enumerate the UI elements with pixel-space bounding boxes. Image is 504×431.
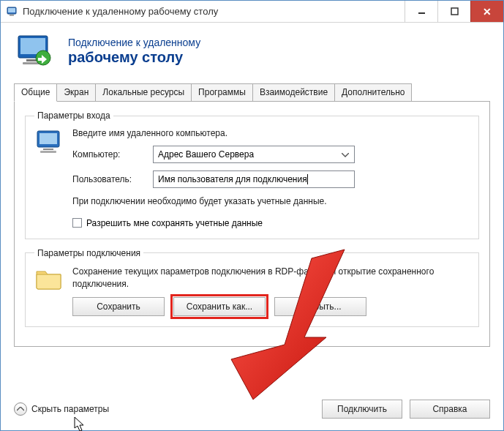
maximize-button[interactable]	[437, 1, 470, 22]
computer-icon	[34, 128, 68, 228]
svg-rect-11	[40, 133, 57, 144]
username-label: Пользователь:	[72, 174, 153, 184]
tab-general[interactable]: Общие	[14, 83, 57, 102]
username-value: Имя пользователя для подключения	[158, 174, 307, 184]
header-line1: Подключение к удаленному	[68, 37, 200, 48]
chevron-down-icon	[339, 149, 351, 160]
svg-rect-13	[40, 151, 56, 153]
save-as-button[interactable]: Сохранить как...	[173, 297, 266, 316]
client-area: Подключение к удаленному рабочему столу …	[1, 23, 503, 430]
save-credentials-checkbox[interactable]: Разрешить мне сохранять учетные данные	[72, 218, 470, 228]
toggle-options-button[interactable]: Скрыть параметры	[14, 402, 109, 416]
tab-strip: Общие Экран Локальные ресурсы Программы …	[14, 83, 490, 101]
toggle-options-label: Скрыть параметры	[31, 404, 109, 414]
tab-display[interactable]: Экран	[56, 83, 96, 102]
login-group: Параметры входа Введите имя удаленного к…	[25, 110, 479, 239]
tab-panel-general: Параметры входа Введите имя удаленного к…	[14, 101, 490, 347]
remote-desktop-icon	[14, 33, 58, 70]
tab-experience[interactable]: Взаимодействие	[252, 83, 335, 102]
computer-combobox[interactable]: Адрес Вашего Сервера	[153, 146, 355, 163]
dialog-header: Подключение к удаленному рабочему столу	[14, 33, 490, 70]
connection-legend: Параметры подключения	[34, 248, 143, 258]
credentials-note: При подключении необходимо будет указать…	[72, 195, 470, 208]
text-caret	[307, 174, 308, 184]
checkbox-label: Разрешить мне сохранять учетные данные	[86, 218, 263, 228]
connection-description: Сохранение текущих параметров подключени…	[72, 266, 470, 291]
chevron-up-icon	[14, 402, 27, 416]
login-legend: Параметры входа	[34, 110, 113, 121]
username-input[interactable]: Имя пользователя для подключения	[153, 170, 355, 188]
svg-rect-1	[8, 8, 15, 12]
login-instruction: Введите имя удаленного компьютера.	[72, 128, 470, 138]
computer-label: Компьютер:	[72, 149, 153, 160]
window-title: Подключение к удаленному рабочему столу	[23, 6, 405, 17]
save-button[interactable]: Сохранить	[72, 297, 165, 316]
tab-local-resources[interactable]: Локальные ресурсы	[95, 83, 192, 102]
help-button[interactable]: Справка	[410, 400, 490, 419]
connect-button[interactable]: Подключить	[322, 400, 402, 419]
minimize-button[interactable]	[405, 1, 437, 22]
tab-advanced[interactable]: Дополнительно	[334, 83, 412, 102]
connection-group: Параметры подключения Сохранение текущих…	[25, 248, 479, 328]
folder-icon	[34, 266, 67, 317]
svg-rect-2	[10, 15, 14, 16]
checkbox-box	[72, 218, 82, 228]
open-button[interactable]: Открыть...	[274, 297, 366, 316]
titlebar[interactable]: Подключение к удаленному рабочему столу …	[1, 1, 503, 23]
app-icon	[7, 6, 18, 18]
svg-rect-4	[451, 8, 458, 15]
tab-programs[interactable]: Программы	[191, 83, 253, 102]
mouse-cursor-icon	[74, 416, 86, 431]
rdp-window: Подключение к удаленному рабочему столу …	[0, 0, 504, 431]
header-line2: рабочему столу	[68, 49, 200, 66]
close-icon: ✕	[483, 6, 492, 18]
close-button[interactable]: ✕	[470, 1, 503, 22]
svg-rect-12	[43, 149, 53, 150]
computer-value: Адрес Вашего Сервера	[158, 149, 254, 160]
header-text: Подключение к удаленному рабочему столу	[68, 37, 200, 66]
